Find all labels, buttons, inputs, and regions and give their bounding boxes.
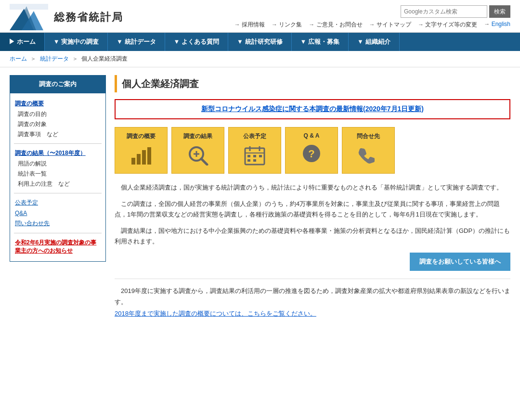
icon-card-icon-toiawase — [346, 144, 390, 168]
nav-item-data[interactable]: ▼ 統計データ — [108, 33, 165, 51]
search-button[interactable]: 検索 — [489, 5, 510, 18]
svg-rect-17 — [253, 155, 256, 157]
nav-label-faq: ▼ よくある質問 — [174, 38, 219, 46]
icon-card-title-kouhyo: 公表予定 — [233, 132, 277, 140]
svg-rect-5 — [137, 154, 141, 165]
svg-line-9 — [201, 159, 207, 165]
page-title: 個人企業経済調査 — [122, 77, 199, 90]
breadcrumb-home[interactable]: ホーム — [10, 55, 27, 62]
nav-item-kenkyu[interactable]: ▼ 統計研究研修 — [228, 33, 291, 51]
icon-card-qa[interactable]: Q & A ? — [285, 127, 338, 174]
footer-link[interactable]: 2018年度まで実施した調査の概要については、こちらをご覧ください。 — [115, 309, 316, 318]
cta-button[interactable]: 調査をお願いしている皆様へ — [410, 253, 510, 271]
content-area: 個人企業経済調査 新型コロナウイルス感染症に関する本調査の最新情報(2020年7… — [115, 75, 510, 318]
main-nav: ▶ ホーム ▼ 実施中の調査 ▼ 統計データ ▼ よくある質問 ▼ 統計研究研修… — [0, 33, 520, 51]
sidebar-link-kekka[interactable]: 調査の結果（〜2018年度） — [14, 148, 102, 159]
nav-label-data: ▼ 統計データ — [117, 38, 156, 46]
icon-card-icon-kekka — [176, 144, 220, 168]
sidebar-item-taisho[interactable]: 調査の対象 — [14, 119, 102, 129]
sidebar-item-mokuteki[interactable]: 調査の目的 — [14, 109, 102, 119]
header-link-sitemap[interactable]: サイトマップ — [369, 21, 411, 29]
icon-card-kouhyo[interactable]: 公表予定 — [228, 127, 281, 174]
alert-box: 新型コロナウイルス感染症に関する本調査の最新情報(2020年7月1日更新) — [115, 99, 510, 119]
search-bar: 検索 — [401, 5, 510, 18]
icon-card-title-toiawase: 問合せ先 — [346, 132, 390, 140]
header: 総務省統計局 検索 採用情報 リンク集 ご意見・お問合せ サイトマップ 文字サイ… — [0, 0, 520, 33]
nav-label-soshiki: ▼ 組織紹介 — [357, 38, 390, 46]
icon-card-kekka[interactable]: 調査の結果 — [171, 127, 224, 174]
header-link-recruit[interactable]: 採用情報 — [234, 21, 265, 29]
svg-rect-7 — [147, 147, 151, 165]
svg-rect-6 — [142, 150, 146, 165]
nav-item-home[interactable]: ▶ ホーム — [0, 33, 45, 51]
icon-card-title-qa: Q & A — [289, 132, 334, 139]
logo-text: 総務省統計局 — [54, 10, 123, 25]
sidebar-link-kouhyo[interactable]: 公表予定 — [14, 197, 102, 208]
sidebar-body: 調査の概要 調査の目的 調査の対象 調査事項 など 調査の結果（〜2018年度）… — [10, 93, 106, 262]
sidebar: 調査のご案内 調査の概要 調査の目的 調査の対象 調査事項 など 調査の結果（〜… — [10, 75, 106, 318]
sidebar-link-toiawase[interactable]: 問い合わせ先 — [14, 218, 102, 229]
header-link-links[interactable]: リンク集 — [272, 21, 302, 29]
logo-area: 総務省統計局 — [10, 4, 123, 30]
nav-label-kenkyu: ▼ 統計研究研修 — [237, 38, 282, 46]
svg-rect-16 — [247, 155, 250, 157]
svg-text:?: ? — [308, 148, 314, 160]
sidebar-item-yougo[interactable]: 用語の解説 — [14, 159, 102, 169]
icon-card-icon-gaiyou — [119, 144, 163, 168]
nav-label-jisshi: ▼ 実施中の調査 — [53, 38, 99, 46]
sidebar-item-riyou[interactable]: 利用上の注意 など — [14, 179, 102, 189]
search-input[interactable] — [401, 5, 487, 18]
svg-rect-3 — [10, 4, 48, 10]
footer-section: 2019年度に実施する調査から，調査結果の利活用の一層の推進を図るため，調査対象… — [115, 279, 510, 318]
sidebar-link-gaiyou[interactable]: 調査の概要 — [14, 98, 102, 109]
cta-wrap: 調査をお願いしている皆様へ — [115, 253, 510, 271]
icon-card-gaiyou[interactable]: 調査の概要 — [115, 127, 168, 174]
header-links: 採用情報 リンク集 ご意見・お問合せ サイトマップ 文字サイズ等の変更 Engl… — [234, 21, 510, 29]
sidebar-title: 調査のご案内 — [10, 75, 106, 93]
sidebar-link-qa[interactable]: Q&A — [14, 208, 102, 218]
header-link-fontsize[interactable]: 文字サイズ等の変更 — [418, 21, 477, 29]
logo-svg — [10, 4, 48, 30]
icon-card-icon-qa: ? — [289, 143, 334, 167]
icon-card-title-gaiyou: 調査の概要 — [119, 132, 163, 140]
icon-card-title-kekka: 調査の結果 — [176, 132, 220, 140]
breadcrumb: ホーム ＞ 統計データ ＞ 個人企業経済調査 — [0, 51, 520, 67]
nav-item-koho[interactable]: ▼ 広報・募集 — [292, 33, 349, 51]
svg-rect-4 — [131, 158, 135, 165]
nav-label-koho: ▼ 広報・募集 — [300, 38, 339, 46]
body-para-2: この調査は，全国の個人経営の事業所（個人企業）のうち，約4万事業所を対象に，事業… — [115, 199, 510, 220]
svg-rect-18 — [259, 155, 262, 157]
nav-item-jisshi[interactable]: ▼ 実施中の調査 — [45, 33, 108, 51]
breadcrumb-toukei[interactable]: 統計データ — [40, 55, 69, 62]
sidebar-link-special[interactable]: 令和2年6月実施の調査対象の事業主の方へのお知らせ — [14, 237, 102, 256]
nav-item-faq[interactable]: ▼ よくある質問 — [165, 33, 228, 51]
footer-para: 2019年度に実施する調査から，調査結果の利活用の一層の推進を図るため，調査対象… — [115, 286, 510, 307]
header-right: 検索 採用情報 リンク集 ご意見・お問合せ サイトマップ 文字サイズ等の変更 E… — [234, 5, 510, 29]
sidebar-item-toukei[interactable]: 統計表一覧 — [14, 169, 102, 179]
nav-label-home: ▶ ホーム — [9, 38, 36, 46]
body-para-3: 調査結果は，国や地方における中小企業振興のための基礎資料や各種事業・施策の分析資… — [115, 226, 510, 247]
body-para-1: 個人企業経済調査は，国が実施する統計調査のうち，統計法により特に重要なものとされ… — [115, 182, 510, 193]
main-content: 調査のご案内 調査の概要 調査の目的 調査の対象 調査事項 など 調査の結果（〜… — [0, 67, 520, 326]
title-accent — [115, 75, 117, 92]
breadcrumb-current: 個人企業経済調査 — [81, 55, 128, 62]
alert-link[interactable]: 新型コロナウイルス感染症に関する本調査の最新情報(2020年7月1日更新) — [201, 105, 424, 113]
header-link-contact[interactable]: ご意見・お問合せ — [309, 21, 362, 29]
nav-item-soshiki[interactable]: ▼ 組織紹介 — [349, 33, 399, 51]
icon-cards: 調査の概要 調査の結果 — [115, 127, 510, 174]
icon-card-icon-kouhyo — [233, 144, 277, 168]
icon-card-toiawase[interactable]: 問合せ先 — [342, 127, 395, 174]
svg-rect-20 — [253, 159, 256, 162]
sidebar-item-jiko[interactable]: 調査事項 など — [14, 129, 102, 140]
header-link-english[interactable]: English — [484, 21, 510, 29]
svg-rect-19 — [247, 159, 250, 162]
page-title-bar: 個人企業経済調査 — [115, 75, 510, 92]
